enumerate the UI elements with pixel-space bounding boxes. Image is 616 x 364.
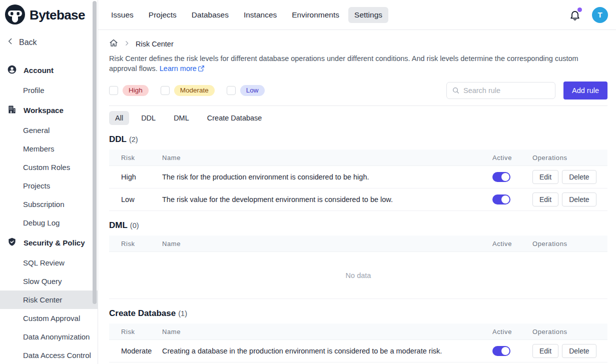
sidebar: Bytebase Back Account Profile Workspace … (0, 0, 98, 364)
sidebar-item-custom-approval[interactable]: Custom Approval (0, 309, 98, 328)
sidebar-item-custom-roles[interactable]: Custom Roles (0, 158, 98, 176)
toggle-knob (501, 347, 509, 355)
sidebar-item-general[interactable]: General (0, 121, 98, 140)
sidebar-item-slow-query[interactable]: Slow Query (0, 272, 98, 290)
sidebar-item-debug-log[interactable]: Debug Log (0, 214, 98, 232)
table-header-row: Risk Name Active Operations (109, 150, 607, 166)
column-header-risk: Risk (109, 240, 162, 248)
sidebar-item-data-anonymization[interactable]: Data Anonymization (0, 328, 98, 346)
section-title: Create Database (109, 308, 176, 318)
active-toggle[interactable] (492, 172, 510, 182)
edit-button[interactable]: Edit (532, 192, 558, 206)
breadcrumb-chevron-icon (124, 40, 130, 48)
section-count: (0) (130, 222, 139, 230)
column-header-operations: Operations (532, 240, 607, 248)
section-count: (1) (178, 310, 187, 318)
sidebar-item-risk-center[interactable]: Risk Center (0, 290, 98, 309)
sidebar-item-data-access-control[interactable]: Data Access Control (0, 346, 98, 364)
sidebar-scrollbar[interactable] (93, 1, 97, 304)
delete-button[interactable]: Delete (562, 192, 596, 206)
sidebar-nav: Account Profile Workspace General Member… (0, 48, 98, 364)
column-header-risk: Risk (109, 154, 162, 162)
search-input[interactable] (463, 86, 550, 94)
dml-rule-table: Risk Name Active Operations No data (109, 236, 607, 299)
low-checkbox[interactable] (227, 86, 236, 95)
section-header: DML (0) (109, 220, 607, 230)
table-row: High The risk for the production environ… (109, 166, 607, 188)
tab-ddl[interactable]: DDL (135, 111, 162, 125)
active-cell (492, 346, 532, 356)
chevron-left-icon (6, 37, 15, 48)
ddl-rule-table: Risk Name Active Operations High The ris… (109, 150, 607, 211)
learn-more-link[interactable]: Learn more (160, 64, 205, 74)
page-description: Risk Center defines the risk levels for … (109, 54, 605, 74)
high-checkbox[interactable] (109, 86, 118, 95)
column-header-operations: Operations (532, 154, 607, 162)
create-database-rule-table: Risk Name Active Operations Moderate Cre… (109, 324, 607, 362)
column-header-active: Active (492, 328, 532, 336)
edit-button[interactable]: Edit (532, 170, 558, 184)
toggle-knob (501, 173, 509, 181)
name-cell: Creating a database in the production en… (162, 347, 492, 355)
notifications-button[interactable] (569, 9, 581, 21)
operations-cell: Edit Delete (532, 344, 607, 358)
column-header-risk: Risk (109, 328, 162, 336)
column-header-active: Active (492, 154, 532, 162)
main-area: Issues Projects Databases Instances Envi… (98, 0, 616, 364)
tab-dml[interactable]: DML (168, 111, 195, 125)
moderate-checkbox[interactable] (161, 86, 170, 95)
section-title: DDL (109, 134, 127, 144)
table-row: Low The risk value for the development e… (109, 188, 607, 211)
sidebar-item-projects[interactable]: Projects (0, 176, 98, 195)
toggle-knob (501, 196, 509, 204)
column-header-name: Name (162, 328, 492, 336)
avatar[interactable]: T (592, 7, 608, 23)
section-header: DDL (2) (109, 134, 607, 144)
sidebar-group-label: Workspace (24, 106, 64, 114)
sidebar-item-sql-review[interactable]: SQL Review (0, 254, 98, 272)
nav-item-databases[interactable]: Databases (186, 7, 235, 23)
search-box (446, 82, 555, 99)
risk-cell: High (109, 173, 162, 181)
page-title: Risk Center (136, 40, 174, 48)
shield-check-icon (7, 237, 17, 248)
back-button[interactable]: Back (0, 26, 98, 48)
delete-button[interactable]: Delete (562, 170, 596, 184)
nav-item-instances[interactable]: Instances (238, 7, 283, 23)
section-dml: DML (0) Risk Name Active Operations No d… (109, 220, 607, 299)
table-header-row: Risk Name Active Operations (109, 236, 607, 252)
building-icon (7, 104, 17, 116)
bytebase-logo-icon (5, 4, 25, 26)
page-content: Risk Center Risk Center defines the risk… (98, 30, 616, 362)
section-create-database: Create Database (1) Risk Name Active Ope… (109, 308, 607, 362)
sidebar-group-security-policy[interactable]: Security & Policy (0, 232, 98, 254)
risk-filter-moderate: Moderate (161, 85, 215, 96)
sidebar-item-profile[interactable]: Profile (0, 81, 98, 100)
low-badge: Low (240, 85, 265, 96)
add-rule-button[interactable]: Add rule (563, 82, 607, 100)
name-cell: The risk for the production environment … (162, 173, 492, 181)
top-navigation-bar: Issues Projects Databases Instances Envi… (98, 0, 616, 30)
bytebase-logo[interactable]: Bytebase (0, 0, 98, 26)
filter-row: High Moderate Low Add rule (109, 82, 607, 100)
nav-item-environments[interactable]: Environments (286, 7, 345, 23)
active-toggle[interactable] (492, 346, 510, 356)
home-icon[interactable] (109, 38, 118, 49)
sidebar-group-workspace[interactable]: Workspace (0, 100, 98, 121)
section-title: DML (109, 220, 128, 230)
tab-create-database[interactable]: Create Database (201, 111, 268, 125)
active-toggle[interactable] (492, 194, 510, 204)
nav-item-issues[interactable]: Issues (105, 7, 140, 23)
edit-button[interactable]: Edit (532, 344, 558, 358)
brand-name: Bytebase (30, 8, 85, 23)
sidebar-group-label: Account (24, 66, 54, 74)
delete-button[interactable]: Delete (562, 344, 596, 358)
active-cell (492, 194, 532, 204)
sidebar-item-members[interactable]: Members (0, 140, 98, 158)
nav-item-projects[interactable]: Projects (143, 7, 183, 23)
name-cell: The risk value for the development envir… (162, 196, 492, 204)
nav-item-settings[interactable]: Settings (348, 7, 388, 23)
sidebar-item-subscription[interactable]: Subscription (0, 195, 98, 214)
tab-all[interactable]: All (109, 111, 129, 125)
sidebar-group-account[interactable]: Account (0, 60, 98, 81)
